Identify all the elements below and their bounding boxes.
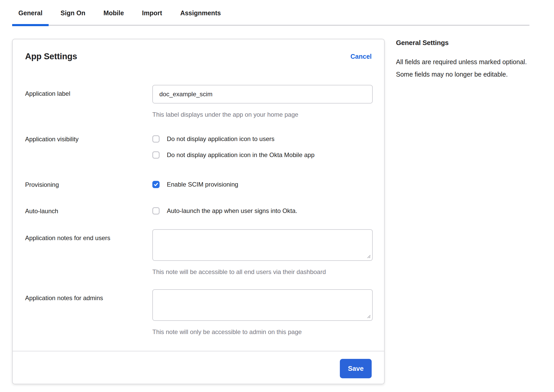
checkbox-option-hide-icon-mobile[interactable]: Do not display application icon in the O…	[152, 151, 373, 159]
cancel-link[interactable]: Cancel	[350, 53, 372, 60]
provisioning-label: Provisioning	[25, 181, 152, 188]
option-label: Enable SCIM provisioning	[167, 181, 238, 188]
notes-admins-help: This note will only be accessible to adm…	[152, 328, 373, 336]
notes-end-users-textarea[interactable]	[152, 229, 373, 261]
help-panel-body: All fields are required unless marked op…	[396, 56, 536, 80]
tab-import[interactable]: Import	[136, 9, 168, 25]
auto-launch-label: Auto-launch	[25, 207, 152, 215]
resize-handle-icon[interactable]	[367, 254, 371, 258]
content-layout: App Settings Cancel Application label Th…	[0, 39, 554, 384]
form-row-notes-end-users: Application notes for end users This not…	[25, 229, 372, 276]
application-label-label: Application label	[25, 85, 152, 119]
option-label: Auto-launch the app when user signs into…	[167, 207, 297, 215]
save-button[interactable]: Save	[340, 359, 372, 378]
tab-bar: General Sign On Mobile Import Assignment…	[12, 0, 529, 26]
app-settings-card: App Settings Cancel Application label Th…	[12, 39, 385, 384]
notes-end-users-label: Application notes for end users	[25, 229, 152, 276]
application-visibility-label: Application visibility	[25, 135, 152, 159]
tab-sign-on[interactable]: Sign On	[54, 9, 92, 25]
page: General Sign On Mobile Import Assignment…	[0, 0, 554, 392]
application-label-input[interactable]	[152, 85, 373, 103]
checkbox[interactable]	[152, 135, 160, 143]
checkbox-option-hide-icon-users[interactable]: Do not display application icon to users	[152, 135, 373, 143]
checkbox-option-auto-launch[interactable]: Auto-launch the app when user signs into…	[152, 207, 373, 215]
form-row-application-visibility: Application visibility Do not display ap…	[25, 135, 372, 159]
checkbox-option-enable-scim[interactable]: Enable SCIM provisioning	[152, 181, 373, 188]
card-header: App Settings Cancel	[25, 51, 372, 62]
form-row-auto-launch: Auto-launch Auto-launch the app when use…	[25, 207, 372, 215]
checkbox[interactable]	[152, 181, 160, 188]
checkbox[interactable]	[152, 151, 160, 159]
general-settings-help-panel: General Settings All fields are required…	[396, 39, 536, 80]
option-label: Do not display application icon to users	[167, 135, 274, 143]
form-row-provisioning: Provisioning Enable SCIM provisioning	[25, 181, 372, 188]
tab-mobile[interactable]: Mobile	[97, 9, 130, 25]
form-row-notes-admins: Application notes for admins This note w…	[25, 289, 372, 336]
tab-assignments[interactable]: Assignments	[174, 9, 227, 25]
help-panel-title: General Settings	[396, 39, 536, 47]
option-label: Do not display application icon in the O…	[167, 151, 315, 159]
notes-end-users-help: This note will be accessible to all end …	[152, 268, 373, 276]
application-label-help: This label displays under the app on you…	[152, 111, 373, 119]
checkmark-icon	[154, 182, 158, 187]
form-row-application-label: Application label This label displays un…	[25, 85, 372, 119]
notes-admins-textarea[interactable]	[152, 289, 373, 321]
resize-handle-icon[interactable]	[367, 314, 371, 319]
notes-admins-label: Application notes for admins	[25, 289, 152, 336]
checkbox[interactable]	[152, 207, 160, 215]
card-footer: Save	[13, 351, 384, 384]
tab-general[interactable]: General	[12, 9, 49, 25]
page-title: App Settings	[25, 51, 77, 61]
